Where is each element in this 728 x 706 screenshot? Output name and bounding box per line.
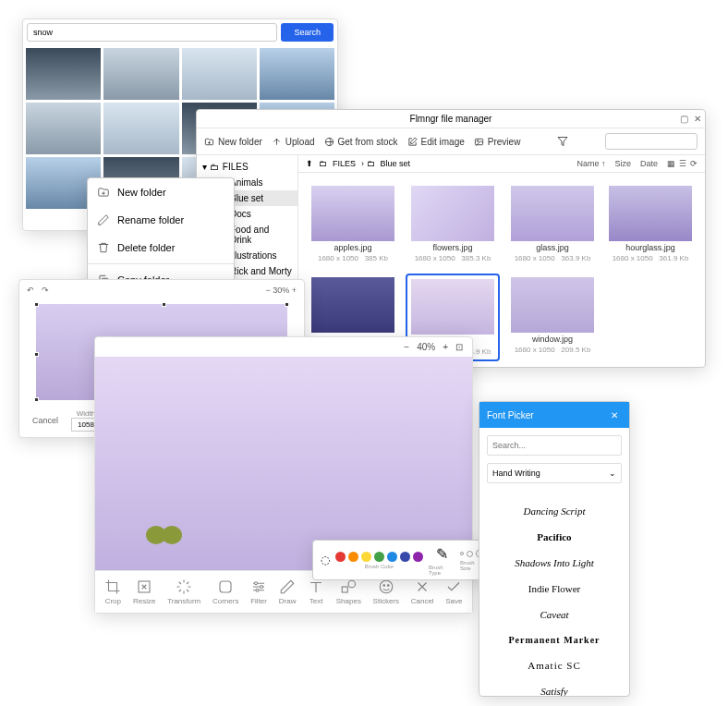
tool-filter[interactable]: Filter xyxy=(250,578,267,605)
sort-size[interactable]: Size xyxy=(614,159,631,168)
refresh-icon[interactable]: ⟳ xyxy=(690,159,698,168)
undo-icon[interactable]: ↶ xyxy=(27,286,34,295)
tool-draw[interactable]: Draw xyxy=(279,578,297,605)
new-folder-button[interactable]: New folder xyxy=(204,137,262,147)
font-option[interactable]: Shadows Into Light xyxy=(479,550,629,576)
cancel-button[interactable]: Cancel xyxy=(25,412,66,429)
stock-thumb[interactable] xyxy=(182,48,257,100)
trash-icon xyxy=(97,241,110,254)
close-icon[interactable]: ✕ xyxy=(607,408,622,422)
brush-color-swatch[interactable] xyxy=(374,552,384,562)
color-wheel-icon[interactable]: ◌ xyxy=(321,554,330,566)
tree-root[interactable]: ▾ 🗀 FILES xyxy=(197,159,297,175)
filter-input[interactable] xyxy=(605,133,698,150)
file-item[interactable]: apples.jpg1680 x 1050 385 Kb xyxy=(308,182,398,266)
editor-canvas[interactable] xyxy=(95,357,472,570)
svg-point-2 xyxy=(477,140,479,141)
preview-button[interactable]: Preview xyxy=(474,137,521,147)
search-button[interactable]: Search xyxy=(281,23,334,42)
brush-color-swatch[interactable] xyxy=(361,552,371,562)
chevron-down-icon: ⌄ xyxy=(609,469,616,478)
zoom-in-icon[interactable]: + xyxy=(443,342,448,352)
font-option[interactable]: Satisfy xyxy=(479,678,629,696)
tool-corners[interactable]: Corners xyxy=(212,578,238,605)
ctx-rename-folder[interactable]: Rename folder xyxy=(88,206,234,234)
file-item[interactable]: window.jpg1680 x 1050 209.5 Kb xyxy=(507,274,598,361)
stock-thumb[interactable] xyxy=(103,103,178,154)
up-icon[interactable]: ⬆ xyxy=(306,159,313,168)
brush-color-swatch[interactable] xyxy=(413,552,423,562)
tool-shapes[interactable]: Shapes xyxy=(336,578,361,605)
font-option[interactable]: Permanent Marker xyxy=(479,627,629,652)
svg-point-9 xyxy=(255,582,258,585)
font-option[interactable]: Indie Flower xyxy=(479,576,629,602)
svg-rect-12 xyxy=(343,587,348,592)
stock-thumb[interactable] xyxy=(103,48,178,100)
tool-resize[interactable]: Resize xyxy=(133,578,155,605)
close-icon[interactable]: ⊡ xyxy=(455,342,463,352)
panel-title: Font Picker xyxy=(487,410,534,420)
ctx-new-folder[interactable]: New folder xyxy=(88,178,234,206)
tool-text[interactable]: Text xyxy=(308,578,324,605)
get-stock-button[interactable]: Get from stock xyxy=(324,137,398,147)
zoom-out-icon[interactable]: − xyxy=(404,342,409,352)
tool-transform[interactable]: Transform xyxy=(167,578,200,605)
font-option[interactable]: Caveat xyxy=(479,602,629,627)
stock-thumb[interactable] xyxy=(26,103,101,154)
svg-point-10 xyxy=(261,586,263,589)
search-input[interactable] xyxy=(27,23,277,42)
font-search-input[interactable] xyxy=(487,435,622,456)
redo-icon[interactable]: ↷ xyxy=(42,286,49,295)
stock-thumb[interactable] xyxy=(26,48,101,100)
font-option[interactable]: Pacifico xyxy=(479,524,629,550)
upload-button[interactable]: Upload xyxy=(272,137,315,147)
brush-color-swatch[interactable] xyxy=(348,552,358,562)
tool-crop[interactable]: Crop xyxy=(104,578,121,605)
font-option[interactable]: Dancing Script xyxy=(479,498,629,524)
svg-point-16 xyxy=(387,585,389,587)
tool-cancel[interactable]: Cancel xyxy=(411,578,434,605)
file-item[interactable]: glass.jpg1680 x 1050 363.9 Kb xyxy=(507,182,598,266)
maximize-icon[interactable]: ▢ xyxy=(680,114,688,124)
brush-size-small[interactable] xyxy=(460,552,464,555)
brush-color-swatch[interactable] xyxy=(387,552,397,562)
font-option[interactable]: Amatic SC xyxy=(479,652,629,678)
svg-point-11 xyxy=(256,589,259,591)
list-view-icon[interactable]: ☰ xyxy=(679,159,686,168)
svg-point-13 xyxy=(348,580,356,588)
edit-image-button[interactable]: Edit image xyxy=(407,137,465,147)
window-title: Flmngr file manager xyxy=(410,114,492,124)
brush-color-swatch[interactable] xyxy=(400,552,410,562)
brush-size-med[interactable] xyxy=(467,551,473,557)
zoom-level: 30% xyxy=(273,286,289,295)
brush-palette: ◌ Brush Color ✎ Brush Type Brush Size xyxy=(312,540,493,580)
brush-type-icon[interactable]: ✎ xyxy=(436,545,448,563)
filter-icon[interactable] xyxy=(557,136,568,147)
category-select[interactable]: Hand Writing⌄ xyxy=(487,463,622,483)
folder-plus-icon xyxy=(97,186,110,199)
close-icon[interactable]: ✕ xyxy=(694,114,701,124)
font-picker: Font Picker ✕ Hand Writing⌄ Dancing Scri… xyxy=(479,401,630,697)
zoom-level: 40% xyxy=(417,342,435,352)
tool-stickers[interactable]: Stickers xyxy=(373,578,399,605)
ctx-delete-folder[interactable]: Delete folder xyxy=(88,234,234,262)
file-item[interactable]: hourglass.jpg1680 x 1050 361.9 Kb xyxy=(605,182,696,266)
breadcrumb-item[interactable]: FILES xyxy=(333,159,356,168)
svg-point-15 xyxy=(383,585,385,587)
breadcrumb-item[interactable]: Blue set xyxy=(381,159,411,168)
stock-thumb[interactable] xyxy=(260,48,334,100)
svg-point-14 xyxy=(380,580,393,593)
brush-color-swatch[interactable] xyxy=(335,552,346,562)
svg-rect-8 xyxy=(220,581,231,592)
grid-view-icon[interactable]: ▦ xyxy=(667,159,675,168)
pencil-icon xyxy=(97,213,110,226)
tool-save[interactable]: Save xyxy=(445,578,462,605)
sort-name[interactable]: Name ↑ xyxy=(576,159,605,168)
file-item[interactable]: flowers.jpg1680 x 1050 385.3 Kb xyxy=(406,182,500,266)
sort-date[interactable]: Date xyxy=(640,159,658,168)
